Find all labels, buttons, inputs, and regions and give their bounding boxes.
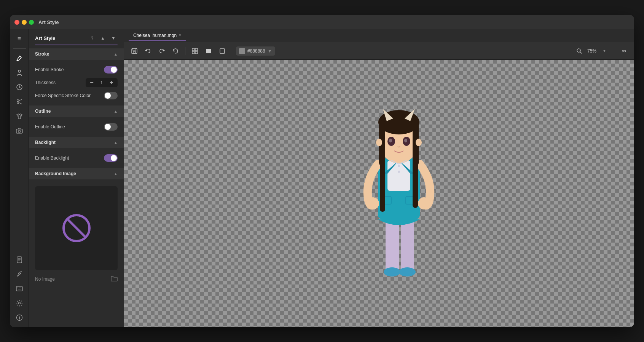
svg-rect-20 — [206, 49, 211, 53]
svg-point-6 — [18, 130, 21, 133]
svg-point-9 — [18, 302, 20, 304]
maximize-button[interactable] — [29, 20, 34, 25]
bg-image-section-label: Background Image — [35, 171, 76, 176]
hamburger-menu-icon[interactable]: ≡ — [13, 32, 26, 45]
minimize-button[interactable] — [22, 20, 27, 25]
pen-icon[interactable] — [13, 268, 26, 281]
stroke-chevron-icon: ▲ — [114, 52, 118, 56]
panel-sidebar: Art Style ? ▲ ▼ Stroke ▲ Enable Stroke — [29, 29, 124, 327]
tab-close-button[interactable]: × — [179, 33, 181, 37]
redo-toolbar-button[interactable] — [156, 45, 167, 57]
svg-rect-17 — [195, 48, 198, 51]
panel-up-button[interactable]: ▲ — [99, 34, 107, 42]
no-image-footer: No Image — [35, 273, 118, 285]
main-window: Art Style ≡ — [10, 15, 634, 327]
stroke-section-header[interactable]: Stroke ▲ — [29, 48, 124, 60]
no-image-label: No Image — [35, 276, 55, 282]
enable-backlight-row: Enable Backlight — [35, 152, 118, 164]
brush-tool-icon[interactable] — [13, 52, 26, 65]
titlebar: Art Style — [10, 15, 634, 29]
thickness-row: Thickness − 1 + — [35, 76, 118, 89]
save-toolbar-button[interactable] — [129, 45, 140, 57]
toolbar-separator-1 — [185, 47, 185, 55]
svg-point-32 — [418, 197, 430, 209]
svg-point-1 — [18, 70, 21, 72]
refresh-toolbar-button[interactable] — [170, 45, 181, 57]
force-stroke-color-label: Force Specific Stroke Color — [35, 93, 91, 98]
svg-point-41 — [416, 139, 422, 146]
panel-header: Art Style ? ▲ ▼ — [29, 29, 124, 45]
square2-toolbar-button[interactable] — [217, 45, 228, 57]
person-tool-icon[interactable] — [13, 66, 26, 79]
canvas-tab[interactable]: Chelsea_human.mqn × — [129, 30, 186, 41]
enable-stroke-label: Enable Stroke — [35, 67, 64, 72]
panel-down-button[interactable]: ▼ — [109, 34, 118, 42]
bg-image-section-header[interactable]: Background Image ▲ — [29, 168, 124, 179]
svg-point-40 — [376, 139, 382, 146]
info-icon[interactable] — [13, 311, 26, 324]
zoom-control: 75% ▼ ∞ — [574, 45, 630, 57]
grid-toolbar-button[interactable] — [189, 45, 201, 57]
tab-bar: Chelsea_human.mqn × — [124, 29, 634, 42]
color-swatch — [239, 48, 245, 54]
panel-header-controls: ? ▲ ▼ — [88, 34, 118, 42]
panel-help-button[interactable]: ? — [88, 34, 96, 42]
outline-section-label: Outline — [35, 109, 51, 114]
svg-rect-16 — [192, 48, 194, 51]
svg-line-13 — [68, 219, 85, 237]
canvas-toolbar: #888888 ▼ 75% ▼ ∞ — [124, 42, 634, 60]
bg-image-section-content: No Image — [29, 179, 124, 289]
thickness-label: Thickness — [35, 80, 56, 85]
canvas-viewport[interactable] — [124, 60, 634, 327]
backlight-section-content: Enable Backlight — [29, 148, 124, 168]
svg-point-4 — [17, 102, 19, 104]
zoom-search-icon — [574, 45, 585, 57]
scissors-tool-icon[interactable] — [13, 95, 26, 108]
close-button[interactable] — [14, 20, 19, 25]
no-image-icon — [61, 213, 92, 243]
panel-title-underline — [35, 45, 118, 45]
enable-outline-toggle[interactable] — [104, 123, 118, 131]
force-stroke-color-toggle[interactable] — [104, 92, 118, 99]
document-icon[interactable] — [13, 253, 26, 266]
svg-rect-38 — [380, 151, 385, 212]
backlight-section-label: Backlight — [35, 140, 56, 145]
canvas-area: Chelsea_human.mqn × — [124, 29, 634, 327]
thickness-value: 1 — [98, 80, 105, 85]
thickness-increase-button[interactable]: + — [108, 79, 115, 86]
camera-tool-icon[interactable] — [13, 124, 26, 137]
svg-rect-15 — [133, 51, 135, 53]
svg-rect-18 — [192, 51, 194, 54]
color-picker-button[interactable]: #888888 ▼ — [236, 46, 275, 56]
svg-point-3 — [17, 100, 19, 102]
backlight-section-header[interactable]: Backlight ▲ — [29, 137, 124, 148]
svg-point-0 — [17, 60, 18, 61]
thickness-control: − 1 + — [86, 78, 118, 87]
guide-line-1 — [257, 60, 257, 327]
enable-outline-label: Enable Outline — [35, 124, 65, 129]
icon-sidebar-bottom — [13, 253, 26, 324]
undo-toolbar-button[interactable] — [142, 45, 154, 57]
no-image-area — [35, 186, 118, 270]
enable-stroke-toggle[interactable] — [104, 66, 118, 74]
outline-section-header[interactable]: Outline ▲ — [29, 105, 124, 117]
svg-point-25 — [384, 267, 400, 276]
thickness-decrease-button[interactable]: − — [88, 79, 96, 86]
toolbar-separator-2 — [232, 47, 232, 55]
force-stroke-color-row: Force Specific Stroke Color — [35, 89, 118, 102]
link-toolbar-button[interactable]: ∞ — [618, 45, 630, 57]
enable-backlight-toggle[interactable] — [104, 154, 118, 162]
svg-point-31 — [367, 197, 379, 209]
outline-chevron-icon: ▲ — [114, 109, 118, 113]
square1-toolbar-button[interactable] — [203, 45, 214, 57]
shirt-tool-icon[interactable] — [13, 110, 26, 123]
keyboard-icon[interactable] — [13, 282, 26, 295]
folder-button[interactable] — [111, 275, 118, 283]
window-title: Art Style — [38, 19, 59, 25]
gear-icon[interactable] — [13, 297, 26, 310]
svg-rect-8 — [16, 286, 22, 291]
zoom-dropdown-button[interactable]: ▼ — [599, 45, 610, 57]
clock-tool-icon[interactable] — [13, 81, 26, 94]
guide-line-2 — [471, 60, 471, 327]
traffic-lights — [14, 20, 34, 25]
